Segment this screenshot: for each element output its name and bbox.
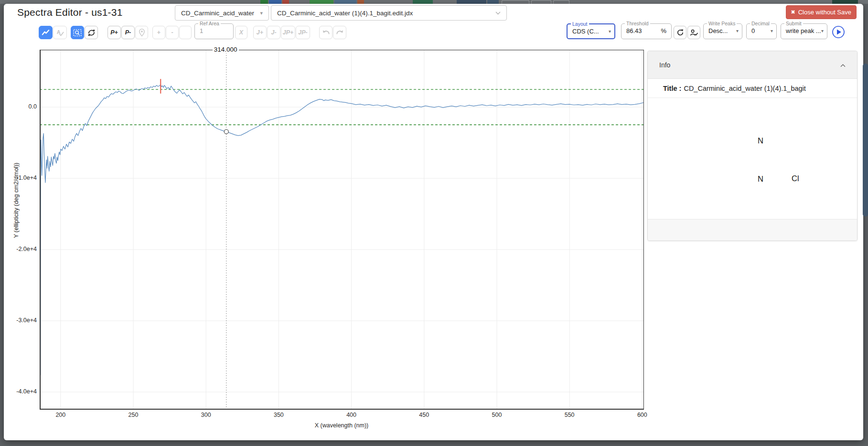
y-tick-label: -3.0e+4 bbox=[8, 317, 37, 324]
submit-select[interactable]: Submit write peak ... ▾ bbox=[781, 23, 827, 39]
jp-minus-button[interactable]: JP- bbox=[296, 26, 310, 39]
chevron-down-icon bbox=[495, 10, 501, 16]
molecule-atom-label: N bbox=[758, 136, 763, 145]
write-peaks-label: Write Peaks bbox=[707, 21, 737, 26]
run-submit-button[interactable] bbox=[831, 25, 846, 39]
spectra-editor-modal: Spectra Editor - us1-31 CD_Carminic_acid… bbox=[4, 4, 863, 440]
spectrum-selector-dropdown[interactable]: CD_Carminic_acid_water ▾ bbox=[175, 5, 269, 21]
background-tab-fragment bbox=[310, 0, 333, 4]
y-axis-title: Y (ellipticity (deg cm2/dmol)) bbox=[13, 138, 20, 262]
y-tick-label: -1.0e+4 bbox=[8, 174, 37, 181]
decimal-select[interactable]: Decimal 0 ▾ bbox=[746, 23, 777, 39]
molecule-atom-label: Cl bbox=[792, 174, 799, 183]
x-tick-label: 500 bbox=[487, 412, 506, 418]
ref-area-field[interactable]: Ref Area 1 bbox=[194, 23, 234, 39]
close-icon: ✖ bbox=[791, 9, 795, 15]
spectrum-chart-area[interactable] bbox=[40, 50, 644, 410]
page-title: Spectra Editor - us1-31 bbox=[17, 7, 123, 18]
zoom-area-tool-button[interactable] bbox=[71, 26, 84, 39]
cursor-wavelength-label: 314.000 bbox=[213, 46, 239, 53]
chevron-down-icon: ▾ bbox=[260, 10, 263, 16]
peak-remove-button[interactable]: P- bbox=[121, 26, 135, 39]
background-tab-fragment bbox=[832, 0, 858, 4]
svg-text:A: A bbox=[57, 29, 61, 34]
background-tab-fragment bbox=[457, 0, 486, 4]
x-tick-label: 350 bbox=[269, 412, 288, 418]
submit-value: write peak ... bbox=[786, 27, 821, 34]
decimal-value: 0 bbox=[751, 27, 755, 34]
auto-assign-tool-button[interactable]: A bbox=[53, 26, 67, 39]
x-tick-label: 250 bbox=[124, 412, 143, 418]
chevron-down-icon: ▾ bbox=[736, 28, 739, 33]
close-button-label: Close without Save bbox=[798, 9, 851, 16]
redo-button[interactable] bbox=[333, 26, 346, 39]
chevron-down-icon: ▾ bbox=[821, 28, 824, 33]
ref-area-input[interactable]: 1 bbox=[200, 27, 203, 34]
info-panel-header[interactable]: Info bbox=[648, 51, 857, 79]
background-tab-fragment bbox=[531, 0, 551, 4]
jp-plus-button[interactable]: JP+ bbox=[281, 26, 295, 39]
spectrum-title-label: Title : bbox=[663, 85, 681, 92]
peak-add-button[interactable]: P+ bbox=[107, 26, 121, 39]
close-without-save-button[interactable]: ✖ Close without Save bbox=[786, 5, 857, 19]
background-tab-fragment bbox=[502, 0, 529, 4]
y-tick-label: -4.0e+4 bbox=[8, 388, 37, 395]
x-button[interactable]: X bbox=[235, 26, 247, 39]
info-panel-title: Info bbox=[659, 61, 670, 69]
spectrum-title-row: Title : CD_Carminic_acid_water (1)(4).1_… bbox=[648, 79, 857, 98]
background-tab-fragment bbox=[553, 0, 569, 4]
play-icon bbox=[832, 25, 845, 39]
background-tab-fragment bbox=[269, 0, 281, 4]
y-tick-label: 0.0 bbox=[8, 103, 37, 110]
j-minus-button[interactable]: J- bbox=[267, 26, 280, 39]
minus-button[interactable]: - bbox=[166, 26, 179, 39]
reset-zoom-button[interactable] bbox=[85, 26, 98, 39]
layout-value: CDS (C... bbox=[572, 28, 599, 35]
x-tick-label: 550 bbox=[560, 412, 579, 418]
spectrum-title-value: CD_Carminic_acid_water (1)(4).1_bagit bbox=[684, 85, 805, 92]
ref-area-label: Ref Area bbox=[198, 21, 221, 26]
submit-label: Submit bbox=[784, 21, 803, 26]
spectrum-selector-value: CD_Carminic_acid_water bbox=[181, 10, 254, 17]
refresh-icon bbox=[676, 28, 685, 37]
threshold-input[interactable]: 86.43 bbox=[626, 27, 642, 34]
layout-select[interactable]: Layout CDS (C... ▾ bbox=[567, 23, 615, 39]
info-panel: Info Title : CD_Carminic_acid_water (1)(… bbox=[647, 51, 857, 241]
j-plus-button[interactable]: J+ bbox=[253, 26, 267, 39]
write-peaks-select[interactable]: Write Peaks Desc... ▾ bbox=[703, 23, 742, 39]
background-tab-fragment bbox=[413, 0, 433, 4]
y-tick-label: -2.0e+4 bbox=[8, 246, 37, 252]
decimal-label: Decimal bbox=[750, 21, 771, 26]
chevron-down-icon: ▾ bbox=[609, 29, 611, 34]
x-tick-label: 400 bbox=[342, 412, 361, 418]
background-tab-fragment bbox=[334, 0, 356, 4]
x-tick-label: 200 bbox=[51, 412, 70, 418]
threshold-field[interactable]: Threshold 86.43 % bbox=[621, 23, 672, 39]
auto-peak-picking-button[interactable] bbox=[687, 26, 700, 39]
background-tabs-strip bbox=[0, 0, 868, 4]
chevron-down-icon: ▾ bbox=[771, 28, 773, 33]
spectrum-plot[interactable] bbox=[40, 50, 644, 410]
file-selector-value: CD_Carminic_acid_water (1)(4).1_bagit.ed… bbox=[277, 10, 413, 17]
layout-label: Layout bbox=[571, 21, 589, 27]
background-tab-fragment bbox=[282, 0, 289, 4]
molecule-atom-label: N bbox=[758, 174, 763, 184]
threshold-label: Threshold bbox=[625, 21, 650, 26]
pin-peak-button[interactable] bbox=[135, 26, 148, 39]
blank-button[interactable] bbox=[179, 26, 192, 39]
threshold-unit: % bbox=[661, 27, 666, 34]
file-selector-dropdown[interactable]: CD_Carminic_acid_water (1)(4).1_bagit.ed… bbox=[271, 5, 507, 21]
undo-button[interactable] bbox=[319, 26, 332, 39]
molecule-viewer[interactable]: NNCl bbox=[648, 98, 857, 220]
x-tick-label: 450 bbox=[415, 412, 434, 418]
plus-button[interactable]: + bbox=[152, 26, 165, 39]
x-axis-title: X (wavelength (nm)) bbox=[299, 422, 385, 429]
refresh-threshold-button[interactable] bbox=[674, 26, 686, 39]
background-tab-fragment bbox=[357, 0, 364, 4]
info-panel-footer bbox=[648, 219, 857, 240]
spectra-line-tool-button[interactable] bbox=[39, 26, 53, 39]
chevron-up-icon[interactable] bbox=[840, 61, 846, 69]
scrollbar-thumb[interactable] bbox=[863, 64, 868, 217]
x-tick-label: 300 bbox=[196, 412, 215, 418]
write-peaks-value: Desc... bbox=[708, 27, 728, 34]
